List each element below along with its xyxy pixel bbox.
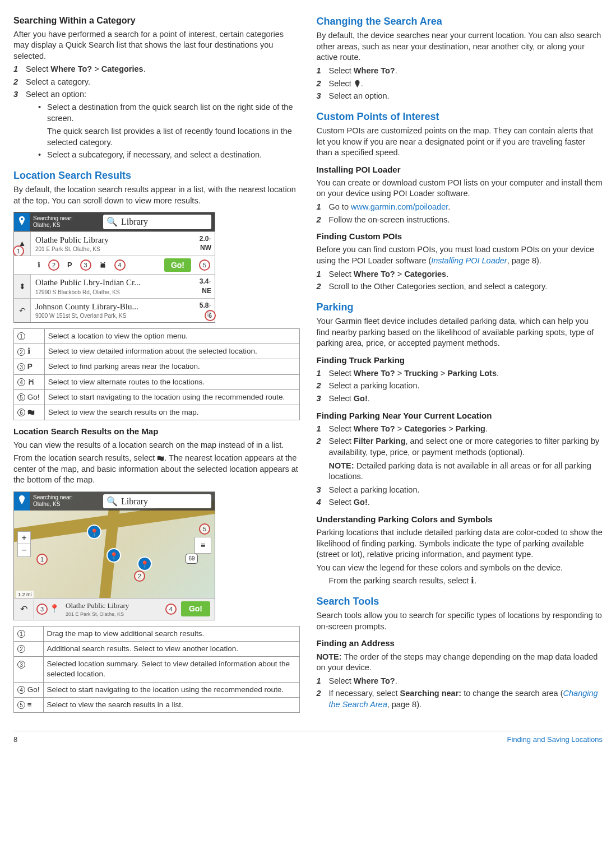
search-field: 🔍Library [103,494,211,509]
zoom-out-icon: − [18,544,30,556]
step: Select Go!. [317,393,603,405]
step: Select Where To? > Trucking > Parking Lo… [317,368,603,379]
step: Go to www.garmin.com/poiloader. [317,202,603,213]
body-text: You can create or download custom POI li… [317,178,603,199]
body-text: Parking locations that include detailed … [317,527,603,560]
zoom-control: +− [17,531,31,557]
location-pin-icon: 📍 [48,604,61,615]
map-scale: 1.2 mi [16,591,34,598]
left-column: Searching Within a Category After you ha… [13,11,300,717]
intro-text: By default, the device searches near you… [317,30,603,63]
sec-search-within-category-title: Searching Within a Category [13,15,300,27]
sec-parking-near-location-title: Finding Parking Near Your Current Locati… [317,410,603,421]
routes-icon [99,260,106,270]
right-column: Changing the Search Area By default, the… [317,11,603,717]
step: Select Go!. [317,497,603,508]
page-footer: 8 Finding and Saving Locations [13,731,603,745]
info-icon: ℹ [38,260,40,270]
back-arrow-icon: ↶ [14,299,31,322]
map-marker: 📍 [137,556,152,571]
location-pin-icon [354,79,361,88]
step: If necessary, select Searching near: to … [317,688,603,710]
step: Select . [317,78,603,90]
figure-search-list: Searching near:Olathe, KS 🔍Library ▲ Ola… [13,212,215,323]
sec-installing-poi-loader-title: Installing POI Loader [317,164,603,175]
sec-finding-address-title: Finding an Address [317,638,603,649]
bullet: Select a destination from the quick sear… [38,102,300,148]
map-icon [27,408,35,416]
section-name: Finding and Saving Locations [507,735,603,745]
sec-truck-parking-title: Finding Truck Parking [317,355,603,366]
sec-changing-search-area-title: Changing the Search Area [317,15,603,28]
sec-finding-custom-pois-title: Finding Custom POIs [317,231,603,242]
figure-search-map: Searching near:Olathe, KS 🔍Library +− 1.… [13,491,215,620]
legend-table-1: 1Select a location to view the option me… [13,328,300,420]
step: Select Where To? > Categories. [13,64,300,75]
map-marker: 📍 [87,525,101,539]
external-link[interactable]: www.garmin.com/poiloader [351,202,448,211]
note-text: NOTE: The order of the steps may change … [317,652,603,674]
intro-text: Your Garmin fleet device includes detail… [317,316,603,349]
step: Select Where To? > Categories > Parking. [317,424,603,435]
intro-text: By default, the location search results … [13,184,300,206]
parking-icon: P [67,260,72,270]
body-text: Before you can find custom POIs, you mus… [317,244,603,266]
cross-ref-link[interactable]: Installing POI Loader [431,256,507,265]
step: Select Filter Parking, and select one or… [317,436,603,482]
go-button: Go! [164,258,191,272]
sec-results-on-map-title: Location Search Results on the Map [13,426,300,437]
sec-custom-poi-title: Custom Points of Interest [317,110,603,123]
sec-search-tools-title: Search Tools [317,595,603,608]
down-arrow-icon: ⬍ [14,275,31,298]
routes-icon [27,378,35,386]
intro-text: Search tools allow you to search for spe… [317,610,603,632]
sec-parking-colors-title: Understanding Parking Colors and Symbols [317,514,603,525]
step: Follow the on-screen instructions. [317,215,603,226]
list-view-icon: ≡ [194,537,211,554]
go-button: Go! [181,601,210,616]
location-pin-icon [14,213,30,231]
legend-table-2: 1Drag the map to view additional search … [13,626,300,713]
back-icon: ↶ [14,600,34,619]
steps-list: Select Where To? > Categories. Select a … [13,64,300,161]
step: Select Where To?. [317,676,603,687]
magnifier-icon: 🔍 [106,216,118,228]
step: Scroll to the Other Categories section, … [317,281,603,293]
body-text: You can view the legend for these colors… [317,563,603,574]
step: Select a parking location. [317,485,603,496]
step: Select Where To? > Categories. [317,269,603,280]
magnifier-icon: 🔍 [106,495,118,508]
intro-text: After you have performed a search for a … [13,29,300,62]
route-shield: 69 [186,554,198,564]
step: Select a category. [13,77,300,88]
list-icon: ≡ [27,700,32,709]
intro-text: Custom POIs are customized points on the… [317,126,603,159]
map-icon [157,453,164,462]
location-pin-icon [14,492,30,511]
page-number: 8 [13,735,17,745]
parking-icon: P [27,362,33,370]
body-text: From the location search results, select… [13,453,300,486]
search-field: 🔍Library [103,215,211,229]
two-column-layout: Searching Within a Category After you ha… [13,11,603,717]
info-icon: ℹ [27,347,30,355]
step: Select a parking location. [317,381,603,392]
bullet: Select a subcategory, if necessary, and … [38,150,300,161]
sec-location-search-results-title: Location Search Results [13,169,300,182]
sec-parking-title: Parking [317,300,603,314]
map-marker: 📍 [106,548,121,563]
body-text: From the parking search results, select … [329,576,603,587]
body-text: You can view the results of a location s… [13,440,300,451]
zoom-in-icon: + [18,532,30,545]
step: Select an option: Select a destination f… [13,89,300,160]
step: Select an option. [317,91,603,102]
step: Select Where To?. [317,66,603,77]
